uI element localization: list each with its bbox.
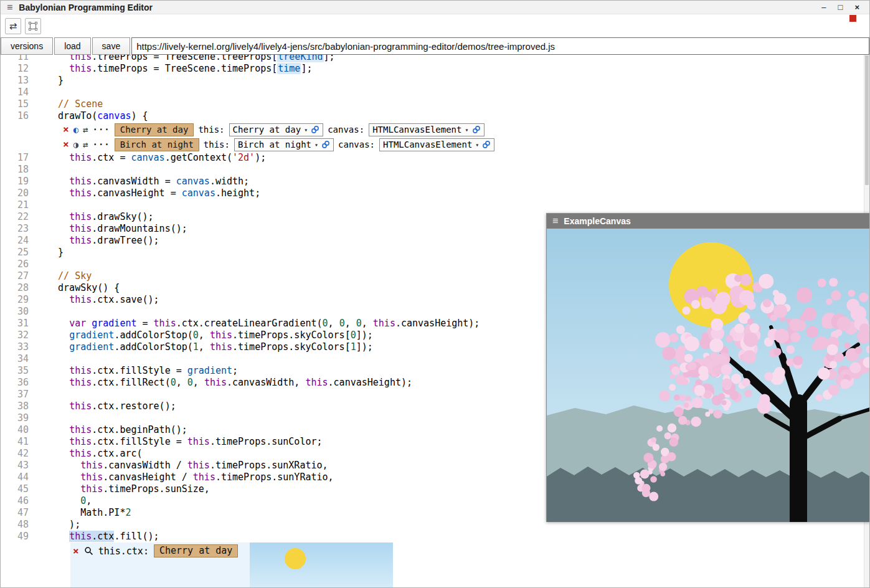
- code-text[interactable]: this.ctx = canvas.getContext('2d');: [29, 152, 266, 164]
- example-name-button[interactable]: Birch at night: [115, 138, 199, 151]
- code-line[interactable]: 13 }: [1, 75, 864, 87]
- param-select-this[interactable]: Birch at night ▾: [234, 138, 334, 151]
- toggle-example-off-icon[interactable]: ◑: [73, 140, 78, 149]
- url-input[interactable]: [131, 37, 869, 55]
- code-text[interactable]: );: [29, 519, 80, 531]
- line-number[interactable]: 27: [1, 270, 29, 282]
- delete-example-icon[interactable]: ×: [63, 140, 69, 149]
- load-button[interactable]: load: [54, 37, 90, 55]
- code-text[interactable]: this.ctx.fillStyle = gradient;: [29, 365, 238, 377]
- code-text[interactable]: }: [29, 75, 64, 87]
- code-text[interactable]: [29, 258, 47, 270]
- code-text[interactable]: this.ctx.fill();: [29, 531, 159, 543]
- code-text[interactable]: this.timeProps = TreeScene.timeProps[tim…: [29, 63, 312, 75]
- menu-icon[interactable]: ≡: [552, 216, 558, 226]
- line-number[interactable]: 26: [1, 258, 29, 270]
- minimize-button[interactable]: –: [821, 3, 826, 11]
- code-text[interactable]: this.canvasHeight = canvas.height;: [29, 187, 260, 199]
- line-number[interactable]: 38: [1, 401, 29, 412]
- code-line[interactable]: 49 this.ctx.fill();: [1, 531, 864, 543]
- param-select-this[interactable]: Cherry at day ▾: [229, 123, 324, 136]
- line-number[interactable]: 21: [1, 199, 29, 211]
- code-line[interactable]: 14: [1, 87, 864, 98]
- link-icon[interactable]: [472, 125, 481, 134]
- code-text[interactable]: Math.PI*2: [29, 507, 131, 519]
- code-line[interactable]: 19 this.canvasWidth = canvas.width;: [1, 176, 864, 187]
- line-number[interactable]: 22: [1, 211, 29, 223]
- line-number[interactable]: 43: [1, 460, 29, 472]
- code-text[interactable]: this.ctx.beginPath();: [29, 424, 187, 436]
- code-text[interactable]: 0,: [29, 495, 92, 507]
- code-text[interactable]: this.ctx.fillRect(0, 0, this.canvasWidth…: [29, 377, 412, 389]
- magnifier-icon[interactable]: [84, 546, 93, 556]
- line-number[interactable]: 40: [1, 424, 29, 436]
- line-number[interactable]: 28: [1, 282, 29, 294]
- code-text[interactable]: gradient.addColorStop(0, this.timeProps.…: [29, 330, 373, 341]
- code-text[interactable]: [29, 199, 47, 211]
- line-number[interactable]: 25: [1, 247, 29, 258]
- code-text[interactable]: // Sky: [29, 270, 92, 282]
- code-text[interactable]: this.drawMountains();: [29, 223, 187, 235]
- line-number[interactable]: 46: [1, 495, 29, 507]
- example-canvas-titlebar[interactable]: ≡ ExampleCanvas: [547, 214, 870, 229]
- line-number[interactable]: 29: [1, 294, 29, 306]
- versions-button[interactable]: versions: [1, 37, 53, 55]
- param-select-canvas[interactable]: HTMLCanvasElement ▾: [379, 138, 494, 151]
- swap-tool-button[interactable]: ⇄: [5, 18, 21, 34]
- line-number[interactable]: 31: [1, 318, 29, 330]
- code-text[interactable]: [29, 412, 47, 424]
- line-number[interactable]: 14: [1, 87, 29, 98]
- code-text[interactable]: [29, 353, 47, 365]
- code-text[interactable]: drawSky() {: [29, 282, 120, 294]
- code-line[interactable]: 18: [1, 164, 864, 176]
- code-text[interactable]: this.drawSky();: [29, 211, 154, 223]
- code-text[interactable]: this.ctx.arc(: [29, 448, 143, 460]
- code-text[interactable]: }: [29, 247, 64, 258]
- line-number[interactable]: 37: [1, 389, 29, 401]
- code-text[interactable]: var gradient = this.ctx.createLinearGrad…: [29, 318, 480, 330]
- link-icon[interactable]: [482, 140, 491, 149]
- line-number[interactable]: 12: [1, 63, 29, 75]
- code-line[interactable]: 12 this.timeProps = TreeScene.timeProps[…: [1, 63, 864, 75]
- code-line[interactable]: 16 drawTo(canvas) {: [1, 110, 864, 122]
- line-number[interactable]: 33: [1, 341, 29, 353]
- code-line[interactable]: 17 this.ctx = canvas.getContext('2d');: [1, 152, 864, 164]
- switch-example-icon[interactable]: ⇄: [83, 125, 88, 134]
- more-options-icon[interactable]: ···: [93, 125, 110, 134]
- close-button[interactable]: ×: [854, 3, 859, 11]
- line-number[interactable]: 36: [1, 377, 29, 389]
- code-text[interactable]: gradient.addColorStop(1, this.timeProps.…: [29, 341, 373, 353]
- code-text[interactable]: [29, 389, 47, 401]
- line-number[interactable]: 41: [1, 436, 29, 448]
- line-number[interactable]: 15: [1, 98, 29, 110]
- line-number[interactable]: 49: [1, 531, 29, 543]
- line-number[interactable]: 48: [1, 519, 29, 531]
- code-text[interactable]: [29, 164, 47, 176]
- code-text[interactable]: this.ctx.fillStyle = this.timeProps.sunC…: [29, 436, 323, 448]
- code-line[interactable]: 21: [1, 199, 864, 211]
- code-text[interactable]: this.canvasWidth = canvas.width;: [29, 176, 249, 187]
- code-text[interactable]: [29, 87, 47, 98]
- switch-example-icon[interactable]: ⇄: [83, 140, 88, 149]
- line-number[interactable]: 30: [1, 306, 29, 318]
- save-button[interactable]: save: [92, 37, 131, 55]
- line-number[interactable]: 24: [1, 235, 29, 247]
- line-number[interactable]: 32: [1, 330, 29, 341]
- code-line[interactable]: 15 // Scene: [1, 98, 864, 110]
- code-text[interactable]: drawTo(canvas) {: [29, 110, 148, 122]
- line-number[interactable]: 23: [1, 223, 29, 235]
- delete-example-icon[interactable]: ×: [63, 125, 69, 135]
- line-number[interactable]: 18: [1, 164, 29, 176]
- code-line[interactable]: 11 this.treeProps = TreeScene.treeProps[…: [1, 55, 864, 63]
- scrollbar-thumb[interactable]: [865, 55, 869, 185]
- code-text[interactable]: [29, 306, 47, 318]
- example-name-button[interactable]: Cherry at day: [115, 123, 194, 136]
- line-number[interactable]: 42: [1, 448, 29, 460]
- code-line[interactable]: 20 this.canvasHeight = canvas.height;: [1, 187, 864, 199]
- select-region-button[interactable]: [25, 18, 41, 34]
- line-number[interactable]: 34: [1, 353, 29, 365]
- probe-example-button[interactable]: Cherry at day: [154, 544, 238, 557]
- menu-icon[interactable]: ≡: [7, 2, 12, 12]
- code-text[interactable]: this.ctx.save();: [29, 294, 159, 306]
- line-number[interactable]: 17: [1, 152, 29, 164]
